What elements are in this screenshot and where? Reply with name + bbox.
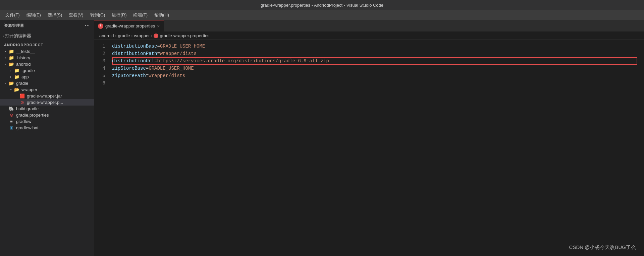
open-editors-text: 打开的编辑器: [5, 33, 31, 39]
gprops-icon: ⊘: [8, 113, 15, 118]
line-content-3: distributionUrl=https\://services.gradle…: [111, 57, 329, 65]
tree-item-build-gradle[interactable]: 🐘 build.gradle: [0, 106, 94, 112]
title-text: gradle-wrapper.properties - AndriodProje…: [261, 3, 383, 8]
tree-item-wrapper[interactable]: › 📂 wrapper: [0, 86, 94, 93]
tree-item-tests[interactable]: › 📁 __tests__: [0, 48, 94, 55]
chevron-wrapper: ›: [9, 87, 13, 92]
code-line-1: 1 distributionBase=GRADLE_USER_HOME: [94, 43, 644, 50]
menu-item-选择s[interactable]: 选择(S): [45, 11, 65, 19]
sidebar-icons: ···: [85, 23, 90, 28]
tree-label-app: app: [21, 74, 29, 79]
breadcrumb-sep-1: ›: [115, 34, 116, 38]
bat-icon: ⊞: [8, 125, 15, 130]
menu-item-帮助h[interactable]: 帮助(H): [152, 11, 172, 19]
tree-label-gradle-jar: gradle-wrapper.jar: [27, 93, 62, 99]
line-content-5: zipStorePath=wrapper/dists: [111, 72, 185, 79]
tree-label-gradle-sub: .gradle: [21, 68, 35, 73]
folder-icon-gradle-sub: 📁: [13, 68, 20, 73]
folder-icon-android: 📂: [8, 62, 15, 67]
watermark-text: CSDN @小杨今天改BUG了么: [569, 244, 636, 250]
line-num-6: 6: [94, 79, 111, 87]
more-icon[interactable]: ···: [85, 23, 90, 28]
line-content-1: distributionBase=GRADLE_USER_HOME: [111, 43, 205, 50]
active-tab[interactable]: ! gradle-wrapper.properties ×: [94, 20, 164, 31]
tab-file-icon: !: [98, 23, 103, 29]
sidebar: 资源管理器 ··· › 打开的编辑器 ANDRIODPROJECT › 📁 __…: [0, 20, 94, 256]
code-container[interactable]: 1 distributionBase=GRADLE_USER_HOME 2 di…: [94, 40, 644, 256]
tree-label-gradlew-bat: gradlew.bat: [16, 125, 39, 130]
line-num-1: 1: [94, 43, 111, 50]
code-line-4: 4 zipStoreBase=GRADLE_USER_HOME: [94, 65, 644, 72]
folder-icon-history: 📁: [8, 55, 15, 60]
menu-bar: 文件(F)编辑(E)选择(S)查看(V)转到(G)运行(R)终端(T)帮助(H): [0, 10, 644, 20]
tree-label-history: .history: [16, 55, 30, 60]
tree-item-android[interactable]: › 📂 android: [0, 61, 94, 67]
tab-label: gradle-wrapper.properties: [105, 23, 155, 28]
line-content-4: zipStoreBase=GRADLE_USER_HOME: [111, 65, 194, 72]
line-num-5: 5: [94, 72, 111, 79]
menu-item-文件f[interactable]: 文件(F): [3, 11, 22, 19]
tree-item-gradlew[interactable]: ≡ gradlew: [0, 118, 94, 125]
menu-item-终端t[interactable]: 终端(T): [130, 11, 150, 19]
chevron-gradle: ›: [4, 81, 7, 86]
tree-item-history[interactable]: › 📁 .history: [0, 55, 94, 61]
chevron-app: ›: [8, 75, 13, 79]
jar-icon: 🟥: [19, 93, 25, 99]
tree-label-build-gradle: build.gradle: [16, 106, 39, 111]
tree-item-gradlew-bat[interactable]: ⊞ gradlew.bat: [0, 125, 94, 131]
tab-bar: ! gradle-wrapper.properties ×: [94, 20, 644, 32]
folder-icon-gradle: 📂: [8, 81, 15, 86]
line-content-2: distributionPath=wrapper/dists: [111, 50, 197, 57]
line-num-3: 3: [94, 57, 111, 65]
editor-area: ! gradle-wrapper.properties × android › …: [94, 20, 644, 256]
tree-item-gradle-jar[interactable]: 🟥 gradle-wrapper.jar: [0, 93, 94, 99]
breadcrumb-file-name: gradle-wrapper.properties: [160, 33, 209, 38]
tree-label-gradle-properties: gradle.properties: [16, 113, 49, 118]
code-line-2: 2 distributionPath=wrapper/dists: [94, 50, 644, 57]
tree-label-gradle-props: gradle-wrapper.p...: [27, 100, 63, 105]
sidebar-title: 资源管理器: [4, 23, 24, 28]
breadcrumb-file[interactable]: ! gradle-wrapper.properties: [154, 33, 209, 38]
open-editors-section: › 打开的编辑器: [0, 31, 94, 41]
title-bar: gradle-wrapper.properties - AndriodProje…: [0, 0, 644, 10]
tree-item-gradle[interactable]: › 📂 gradle: [0, 80, 94, 86]
code-line-3: 3 distributionUrl=https\://services.grad…: [94, 57, 644, 65]
props-icon: ⊘: [19, 100, 25, 105]
menu-item-运行r[interactable]: 运行(R): [109, 11, 129, 19]
menu-item-编辑e[interactable]: 编辑(E): [24, 11, 44, 19]
folder-icon-app: 📁: [13, 74, 20, 79]
breadcrumb-sep-2: ›: [131, 34, 133, 38]
watermark: CSDN @小杨今天改BUG了么: [569, 244, 636, 251]
line-num-4: 4: [94, 65, 111, 72]
tree-label-gradle: gradle: [16, 81, 28, 86]
project-root-label: ANDRIODPROJECT: [0, 41, 94, 48]
breadcrumb-gradle[interactable]: gradle: [118, 33, 130, 38]
chevron-history: ›: [3, 56, 8, 60]
tree-item-gradle-props[interactable]: ⊘ gradle-wrapper.p...: [0, 99, 94, 106]
tree-label-android: android: [16, 62, 31, 67]
tree-label-gradlew: gradlew: [16, 119, 32, 124]
breadcrumb-wrapper[interactable]: wrapper: [134, 33, 150, 38]
open-editors-label[interactable]: › 打开的编辑器: [0, 32, 94, 40]
breadcrumb-file-icon: !: [154, 34, 158, 38]
gradlew-icon: ≡: [8, 119, 15, 124]
breadcrumb: android › gradle › wrapper › ! gradle-wr…: [94, 32, 644, 40]
code-line-6: 6: [94, 79, 644, 87]
tree-label-tests: __tests__: [16, 49, 35, 54]
breadcrumb-android[interactable]: android: [99, 33, 114, 38]
menu-item-转到g[interactable]: 转到(G): [88, 11, 108, 19]
gradle-icon: 🐘: [8, 106, 15, 111]
tree-item-app[interactable]: › 📁 app: [0, 74, 94, 80]
open-editors-chevron: ›: [3, 34, 4, 38]
chevron-android: ›: [4, 62, 7, 67]
tree-item-gradle-properties[interactable]: ⊘ gradle.properties: [0, 112, 94, 118]
main-layout: 资源管理器 ··· › 打开的编辑器 ANDRIODPROJECT › 📁 __…: [0, 20, 644, 256]
tree-item-gradle-sub[interactable]: › 📁 .gradle: [0, 67, 94, 74]
tab-close-icon[interactable]: ×: [157, 23, 160, 29]
menu-item-查看v[interactable]: 查看(V): [66, 11, 86, 19]
folder-icon-wrapper: 📂: [13, 87, 20, 92]
tree-label-wrapper: wrapper: [21, 87, 37, 92]
breadcrumb-sep-3: ›: [151, 34, 152, 38]
line-num-2: 2: [94, 50, 111, 57]
sidebar-header: 资源管理器 ···: [0, 20, 94, 31]
